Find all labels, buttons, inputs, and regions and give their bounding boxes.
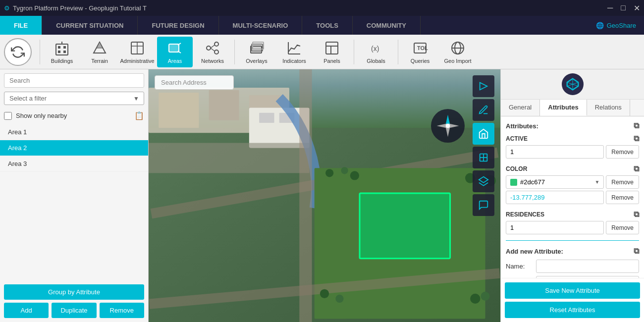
svg-rect-4 bbox=[63, 51, 66, 53]
attributes-content: Attributes: ⧉ ACTIVE ⧉ Remove COLOR ⧉ bbox=[501, 116, 644, 278]
svg-point-14 bbox=[207, 46, 211, 50]
name-label: Name: bbox=[506, 263, 533, 270]
color-section: COLOR ⧉ #2dc677 ▼ Remove Remove bbox=[506, 164, 639, 204]
tool-networks[interactable]: Networks bbox=[195, 37, 230, 67]
refresh-btn[interactable] bbox=[4, 38, 32, 66]
remove-coord-btn[interactable]: Remove bbox=[606, 191, 639, 204]
copy-add-icon[interactable]: ⧉ bbox=[634, 247, 639, 256]
tab-tools[interactable]: TOOLS bbox=[302, 16, 353, 35]
attr-divider bbox=[506, 240, 639, 241]
tab-general[interactable]: General bbox=[501, 100, 540, 116]
duplicate-btn[interactable]: Duplicate bbox=[52, 303, 96, 318]
tool-terrain[interactable]: Terrain bbox=[82, 37, 117, 67]
map-tool-home[interactable] bbox=[473, 123, 494, 145]
active-label: ACTIVE ⧉ bbox=[506, 134, 639, 143]
show-nearby-checkbox[interactable] bbox=[4, 112, 12, 120]
filter-select[interactable]: Select a filter bbox=[4, 92, 144, 105]
right-bottom: Save New Attribute Reset Attributes bbox=[501, 278, 644, 322]
tool-globals[interactable]: (x) Globals bbox=[358, 37, 394, 67]
close-btn[interactable]: ✕ bbox=[634, 3, 640, 13]
tab-relations[interactable]: Relations bbox=[587, 100, 630, 116]
maximize-btn[interactable]: □ bbox=[621, 3, 626, 13]
minimize-btn[interactable]: ─ bbox=[607, 3, 613, 13]
svg-text:(x): (x) bbox=[371, 45, 379, 53]
right-panel-tabs: General Attributes Relations bbox=[501, 100, 644, 116]
tool-panels-label: Panels bbox=[323, 58, 340, 64]
color-hex-value: #2dc677 bbox=[520, 178, 545, 186]
map-tools bbox=[473, 75, 494, 216]
tab-multi-scenario[interactable]: MULTI-SCENARIO bbox=[219, 16, 303, 35]
map-tool-chat[interactable] bbox=[473, 194, 494, 216]
svg-point-55 bbox=[335, 295, 343, 303]
title-controls[interactable]: ─ □ ✕ bbox=[607, 3, 640, 13]
map-tool-draw[interactable] bbox=[473, 99, 494, 121]
tool-buildings[interactable]: Buildings bbox=[44, 37, 80, 67]
tool-administrative[interactable]: Administrative bbox=[119, 37, 155, 67]
active-row: Remove bbox=[506, 145, 639, 159]
search-input[interactable] bbox=[4, 73, 144, 88]
toolbar-divider-1 bbox=[40, 40, 40, 64]
tool-queries[interactable]: TOL Queries bbox=[402, 37, 438, 67]
svg-rect-42 bbox=[149, 143, 310, 173]
remove-color-btn[interactable]: Remove bbox=[606, 175, 639, 189]
svg-rect-36 bbox=[159, 93, 199, 128]
tool-indicators-label: Indicators bbox=[282, 58, 306, 64]
tab-current-situation[interactable]: CURRENT SITUATION bbox=[42, 16, 138, 35]
remove-residences-btn[interactable]: Remove bbox=[606, 221, 639, 234]
copy-residences-icon[interactable]: ⧉ bbox=[634, 210, 639, 219]
new-attr-name-input[interactable] bbox=[536, 260, 639, 273]
tool-buildings-label: Buildings bbox=[51, 58, 73, 64]
tab-attributes[interactable]: Attributes bbox=[540, 100, 587, 116]
tab-file[interactable]: FILE bbox=[0, 16, 42, 35]
tool-areas[interactable]: Areas bbox=[157, 37, 193, 67]
tool-indicators[interactable]: Indicators bbox=[276, 37, 312, 67]
svg-marker-58 bbox=[446, 115, 450, 125]
tab-future-design[interactable]: FUTURE DESIGN bbox=[138, 16, 218, 35]
remove-active-btn[interactable]: Remove bbox=[606, 145, 639, 159]
geoshare-link[interactable]: 🌐 GeoShare bbox=[588, 16, 644, 35]
coord-input[interactable] bbox=[506, 191, 604, 204]
tool-geo-import[interactable]: Geo Import bbox=[440, 37, 476, 67]
main-content: Select a filter ▼ Show only nearby 📋 Are… bbox=[0, 69, 644, 322]
copy-color-icon[interactable]: ⧉ bbox=[634, 164, 639, 173]
svg-point-54 bbox=[320, 289, 329, 298]
svg-point-49 bbox=[341, 167, 348, 174]
svg-rect-24 bbox=[326, 42, 338, 54]
save-new-attribute-btn[interactable]: Save New Attribute bbox=[505, 282, 640, 299]
compass-rose[interactable] bbox=[431, 109, 465, 143]
add-btn[interactable]: Add bbox=[4, 303, 49, 318]
list-item-area1[interactable]: Area 1 bbox=[0, 124, 148, 140]
map-tool-layers[interactable] bbox=[473, 170, 494, 192]
geoshare-label: GeoShare bbox=[607, 22, 636, 29]
svg-marker-61 bbox=[449, 124, 459, 128]
tool-terrain-label: Terrain bbox=[91, 58, 108, 64]
nearby-icon[interactable]: 📋 bbox=[134, 111, 144, 120]
svg-rect-40 bbox=[259, 113, 274, 123]
search-address-placeholder: Search Address bbox=[161, 79, 207, 86]
svg-rect-1 bbox=[58, 46, 60, 49]
svg-line-18 bbox=[211, 48, 215, 51]
copy-active-icon[interactable]: ⧉ bbox=[634, 134, 639, 143]
map-area[interactable]: Search Address bbox=[149, 69, 500, 322]
area-list: Area 1 Area 2 Area 3 bbox=[0, 124, 148, 280]
map-tool-crop[interactable] bbox=[473, 147, 494, 168]
group-by-attribute-btn[interactable]: Group by Attribute bbox=[4, 284, 144, 300]
remove-area-btn[interactable]: Remove bbox=[100, 303, 144, 318]
copy-attributes-icon[interactable]: ⧉ bbox=[634, 121, 639, 130]
svg-point-56 bbox=[470, 294, 480, 304]
tool-overlays[interactable]: Overlays bbox=[239, 37, 274, 67]
color-swatch-input[interactable]: #2dc677 ▼ bbox=[506, 175, 604, 189]
svg-rect-46 bbox=[360, 193, 450, 259]
reset-attributes-btn[interactable]: Reset Attributes bbox=[505, 302, 640, 318]
active-input[interactable] bbox=[506, 145, 604, 159]
list-item-area3[interactable]: Area 3 bbox=[0, 156, 148, 172]
search-address-input[interactable]: Search Address bbox=[155, 75, 234, 90]
nearby-row: Show only nearby 📋 bbox=[0, 109, 148, 124]
tool-panels[interactable]: Panels bbox=[314, 37, 350, 67]
tool-geo-import-label: Geo Import bbox=[444, 58, 471, 64]
map-tool-flag[interactable] bbox=[473, 75, 494, 97]
tab-community[interactable]: COMMUNITY bbox=[353, 16, 421, 35]
list-item-area2[interactable]: Area 2 bbox=[0, 140, 148, 156]
residences-input[interactable] bbox=[506, 221, 604, 234]
panel-logo bbox=[562, 73, 584, 95]
